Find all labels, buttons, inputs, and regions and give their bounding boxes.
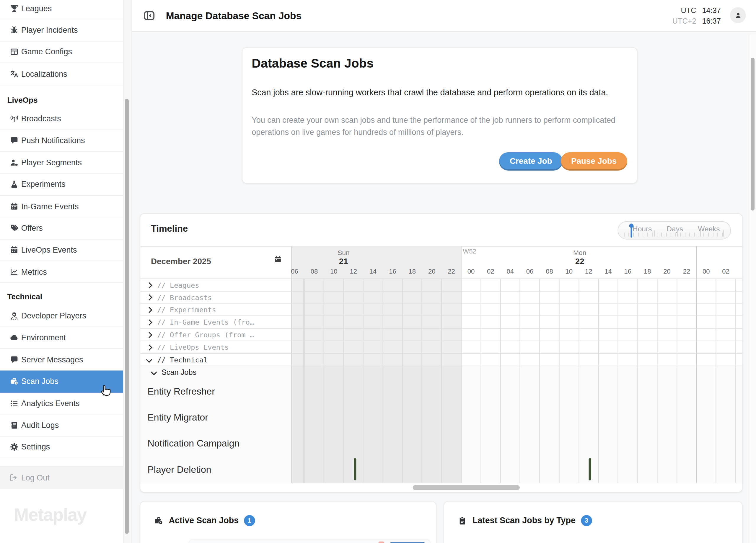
sidebar-item-push-notifications[interactable]: Push Notifications [0,130,123,152]
timeline-subgroup-scan-jobs[interactable]: Scan Jobs [140,366,291,378]
hour-tick-label: 12 [350,268,357,275]
timeline-hscrollbar-thumb[interactable] [413,485,520,490]
sidebar-item-label: Player Segments [21,158,82,167]
sidebar-item-audit-logs[interactable]: Audit Logs [0,414,123,436]
sidebar-item-environment[interactable]: Environment [0,327,123,349]
zoom-option-hours[interactable]: Hours [633,225,652,233]
timeline-group-offer-groups[interactable]: // Offer Groups (from … [140,329,291,341]
zoom-option-days[interactable]: Days [667,225,683,233]
sidebar-section-liveops: LiveOps [0,85,123,108]
sidebar-item-server-messages[interactable]: Server Messages [0,349,123,371]
zoom-tick [723,230,724,237]
sidebar-item-in-game-events[interactable]: In-Game Events [0,196,123,218]
hour-tick-label: 06 [526,268,534,275]
flask-icon [9,180,19,190]
card-title: Latest Scan Jobs by Type [473,516,576,526]
timeline-row-player-deletion[interactable]: Player Deletion [140,456,291,482]
timeline-group-in-game-events[interactable]: // In-Game Events (fro… [140,316,291,329]
timeline-row-notification-campaign[interactable]: Notification Campaign [140,430,291,456]
sidebar-item-player-incidents[interactable]: Player Incidents [0,19,123,41]
clipboard-icon [457,516,467,526]
pause-jobs-button[interactable]: Pause Jobs [561,152,627,171]
chevron-right-icon[interactable] [146,282,152,288]
sidebar-item-localizations[interactable]: Localizations [0,63,123,85]
bug-icon [9,25,19,35]
clock-time: 16:37 [700,16,721,27]
zoom-tick [654,230,654,237]
chevron-right-icon[interactable] [146,307,152,313]
sidebar-item-label: Environment [21,333,66,342]
sidebar-item-liveops-events[interactable]: LiveOps Events [0,239,123,261]
sidebar-item-label: Game Configs [21,48,72,57]
scan-job-bar[interactable] [354,458,356,480]
zoom-tick [677,230,677,237]
timeline-row-entity-refresher[interactable]: Entity Refresher [140,378,291,404]
sidebar-item-experiments[interactable]: Experiments [0,174,123,196]
calendar-picker-icon[interactable] [274,255,282,264]
collapse-sidebar-icon[interactable] [143,10,155,22]
player-segment-icon [9,158,19,167]
hour-tick-label: 22 [448,268,455,275]
sidebar-item-game-configs[interactable]: Game Configs [0,41,123,63]
sidebar-item-label: Metrics [21,268,47,276]
hour-tick-label: 14 [605,268,612,275]
hour-tick-label: 16 [624,268,632,275]
user-avatar[interactable] [730,7,746,23]
chevron-right-icon[interactable] [146,319,152,325]
chevron-down-icon[interactable] [146,357,152,363]
hour-tick-label: 02 [722,268,729,275]
hour-tick-label: 12 [585,268,592,275]
active-jobs-subpanel [188,539,431,543]
scan-job-bar[interactable] [589,458,591,480]
chevron-right-icon[interactable] [146,295,152,301]
sidebar-item-label: Server Messages [21,355,83,364]
chevron-down-icon[interactable] [151,369,157,375]
sidebar-item-settings[interactable]: Settings [0,436,123,458]
hour-tick-label: 18 [644,268,651,275]
sidebar-item-player-segments[interactable]: Player Segments [0,152,123,174]
day-name: Sun [338,249,350,256]
sidebar-item-label: LiveOps Events [21,246,77,255]
timeline-zoom-slider[interactable]: Hours Days Weeks [617,221,731,239]
zoom-slider-pin-head[interactable] [629,224,633,228]
gear-icon [9,442,19,452]
timeline-group-experiments[interactable]: // Experiments [140,304,291,316]
logout-button[interactable]: Log Out [0,466,123,489]
sidebar-scrollbar-thumb[interactable] [125,99,128,534]
chevron-right-icon[interactable] [146,344,152,350]
timeline-group-technical[interactable]: // Technical [140,353,291,366]
metaplay-logo: Metaplay [14,505,86,525]
hour-tick-label: 00 [467,268,475,275]
chat-bubble-icon [9,355,19,364]
timeline-group-broadcasts[interactable]: // Broadcasts [140,291,291,304]
clock-tz-label: UTC [681,5,696,16]
sidebar-item-developer-players[interactable]: Developer Players [0,305,123,327]
sidebar-item-broadcasts[interactable]: Broadcasts [0,108,123,130]
hour-tick-label: 00 [703,268,710,275]
timeline-group-liveops-events[interactable]: // LiveOps Events [140,341,291,353]
page-scrollbar-thumb[interactable] [751,58,755,211]
calendar-icon [9,202,19,211]
timeline-group-leagues[interactable]: // Leagues [140,279,291,291]
day-number: 22 [575,257,584,267]
briefcase-clock-icon [154,516,164,526]
sidebar-item-metrics[interactable]: Metrics [0,261,123,283]
card-title: Active Scan Jobs [169,516,239,526]
timeline-row-entity-migrator[interactable]: Entity Migrator [140,405,291,430]
sidebar-item-label: Offers [21,224,43,233]
month-label[interactable]: December 2025 [151,257,211,267]
zoom-option-weeks[interactable]: Weeks [698,225,720,233]
sidebar-item-label: Player Incidents [21,26,78,35]
latest-scan-jobs-card: Latest Scan Jobs by Type 3 [444,501,742,543]
briefcase-clock-icon [9,376,19,386]
sidebar: Leagues Player Incidents Game Configs Lo… [0,0,123,543]
hour-tick-label: 10 [330,268,338,275]
create-job-button[interactable]: Create Job [499,152,563,171]
chevron-right-icon[interactable] [146,332,152,338]
hour-tick-label: 02 [487,268,494,275]
sidebar-item-leagues[interactable]: Leagues [0,0,123,19]
sidebar-item-label: Audit Logs [21,420,59,430]
hour-tick-label: 14 [369,268,377,275]
page-title: Manage Database Scan Jobs [166,10,302,22]
sidebar-item-offers[interactable]: Offers [0,218,123,239]
